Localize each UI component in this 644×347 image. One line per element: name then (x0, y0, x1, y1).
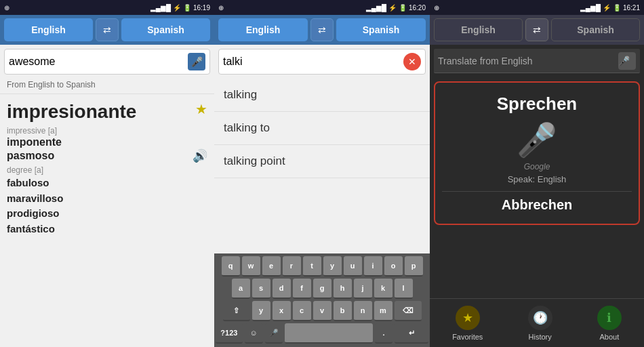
kb-f[interactable]: f (293, 279, 311, 299)
kb-row-2: a s d f g h j k l (216, 279, 428, 299)
suggestion-item-0[interactable]: talking (214, 79, 430, 112)
kb-d[interactable]: d (273, 279, 291, 299)
signal-icon-3: ▂▄▆█ (580, 4, 601, 12)
kb-period[interactable]: . (375, 323, 393, 344)
close-icon: ✕ (408, 56, 416, 67)
search-bar-2: ✕ (218, 49, 426, 75)
kb-e[interactable]: e (262, 256, 281, 277)
status-left-2: ⊕ (218, 4, 224, 12)
kb-space[interactable] (285, 323, 372, 344)
swap-btn-3[interactable]: ⇄ (525, 18, 548, 41)
clock-nav-icon: 🕐 (533, 310, 548, 325)
keyboard: q w e r t y u i o p a s d f g h j k l ⇧ … (214, 253, 430, 347)
kb-p[interactable]: p (405, 256, 423, 277)
clear-btn[interactable]: ✕ (403, 53, 421, 70)
sub-word-2: pasmoso (7, 150, 54, 162)
kb-mic[interactable]: 🎤 (265, 323, 283, 344)
divider-line (442, 191, 632, 192)
phonetic-1: impressive [a] (7, 126, 57, 136)
kb-j[interactable]: j (354, 279, 372, 299)
kb-q[interactable]: q (222, 256, 240, 277)
kb-i[interactable]: i (364, 256, 382, 277)
status-bar-1: ⊕ ▂▄▆█ ⚡ 🔋 16:19 (0, 0, 214, 15)
lang-bar-2: English ⇄ Spanish (214, 15, 430, 45)
kb-y2[interactable]: y (252, 301, 270, 321)
kb-backspace[interactable]: ⌫ (395, 301, 422, 321)
kb-num[interactable]: ?123 (216, 323, 243, 344)
kb-n[interactable]: n (354, 301, 372, 321)
wifi-icon: ⚡ (173, 4, 181, 12)
swap-icon-1: ⇄ (103, 24, 111, 35)
translate-input-bar[interactable]: Translate from English 🎤 (434, 49, 640, 73)
star-icon[interactable]: ★ (195, 101, 207, 117)
android-icon: ⊕ (4, 4, 9, 12)
abbrechen-btn[interactable]: Abbrechen (502, 197, 572, 213)
nav-favorites[interactable]: ★ Favorites (452, 306, 483, 341)
kb-shift[interactable]: ⇧ (223, 301, 250, 321)
voice-title: Sprechen (497, 94, 578, 115)
sub-word-row-1: imponente (7, 136, 207, 148)
search-input-1[interactable] (9, 56, 188, 68)
kb-m[interactable]: m (374, 301, 393, 321)
wifi-icon-2: ⚡ (388, 4, 397, 12)
kb-k[interactable]: k (374, 279, 393, 299)
nav-history[interactable]: 🕐 History (528, 306, 552, 341)
swap-btn-2[interactable]: ⇄ (310, 18, 334, 41)
kb-l[interactable]: l (395, 279, 413, 299)
android-icon-3: ⊕ (434, 4, 439, 12)
english-btn-1[interactable]: English (4, 18, 93, 41)
kb-row-3: ⇧ y x c v b n m ⌫ (216, 301, 428, 321)
kb-o[interactable]: o (384, 256, 403, 277)
favorites-icon: ★ (456, 306, 480, 330)
status-bar-3: ⊕ ▂▄▆█ ⚡ 🔋 16:21 (430, 0, 644, 15)
kb-x[interactable]: x (273, 301, 291, 321)
kb-g[interactable]: g (313, 279, 331, 299)
spanish-btn-2[interactable]: Spanish (336, 18, 426, 41)
kb-emoji[interactable]: ☺ (245, 323, 263, 344)
suggestion-item-2[interactable]: talking point (214, 145, 430, 178)
spanish-btn-3[interactable]: Spanish (551, 18, 640, 41)
nav-about[interactable]: ℹ About (597, 306, 622, 341)
panel-3: ⊕ ▂▄▆█ ⚡ 🔋 16:21 English ⇄ Spanish Trans… (430, 0, 644, 347)
status-left-1: ⊕ (4, 4, 9, 12)
alt-word-2: prodigioso (7, 206, 207, 222)
battery-icon-3: 🔋 (613, 4, 621, 12)
spanish-btn-1[interactable]: Spanish (121, 18, 210, 41)
status-right-2: ▂▄▆█ ⚡ 🔋 16:20 (366, 4, 426, 12)
kb-c[interactable]: c (293, 301, 311, 321)
kb-y[interactable]: y (323, 256, 342, 277)
kb-w[interactable]: w (242, 256, 260, 277)
about-icon: ℹ (597, 306, 622, 330)
bottom-nav: ★ Favorites 🕐 History ℹ About (430, 298, 644, 347)
battery-icon-2: 🔋 (399, 4, 407, 12)
kb-t[interactable]: t (303, 256, 321, 277)
suggestion-item-1[interactable]: talking to (214, 112, 430, 145)
kb-u[interactable]: u (344, 256, 362, 277)
history-label: History (529, 333, 552, 341)
panel-1: ⊕ ▂▄▆█ ⚡ 🔋 16:19 English ⇄ Spanish 🎤 Fro… (0, 0, 214, 347)
mic-icon-1[interactable]: 🎤 (188, 53, 205, 70)
alt-word-3: fantástico (7, 222, 207, 237)
lang-bar-1: English ⇄ Spanish (0, 15, 214, 45)
mic-icon-3[interactable]: 🎤 (618, 52, 636, 70)
kb-a[interactable]: a (232, 279, 250, 299)
kb-h[interactable]: h (334, 279, 352, 299)
time-display-1: 16:19 (193, 4, 210, 12)
kb-row-1: q w e r t y u i o p (216, 256, 428, 277)
kb-s[interactable]: s (252, 279, 270, 299)
search-input-2[interactable] (223, 56, 403, 68)
kb-enter[interactable]: ↵ (395, 323, 428, 344)
mic-large-icon: 🎤 (517, 121, 557, 159)
speaker-icon[interactable]: 🔊 (193, 148, 207, 163)
kb-r[interactable]: r (283, 256, 301, 277)
status-left-3: ⊕ (434, 4, 439, 12)
swap-btn-1[interactable]: ⇄ (96, 18, 119, 41)
kb-b[interactable]: b (334, 301, 352, 321)
english-btn-3[interactable]: English (434, 18, 523, 41)
time-display-2: 16:20 (409, 4, 426, 12)
time-display-3: 16:21 (623, 4, 640, 12)
english-btn-2[interactable]: English (218, 18, 308, 41)
status-right-3: ▂▄▆█ ⚡ 🔋 16:21 (580, 4, 640, 12)
search-bar-1: 🎤 (4, 49, 210, 75)
kb-v[interactable]: v (313, 301, 331, 321)
